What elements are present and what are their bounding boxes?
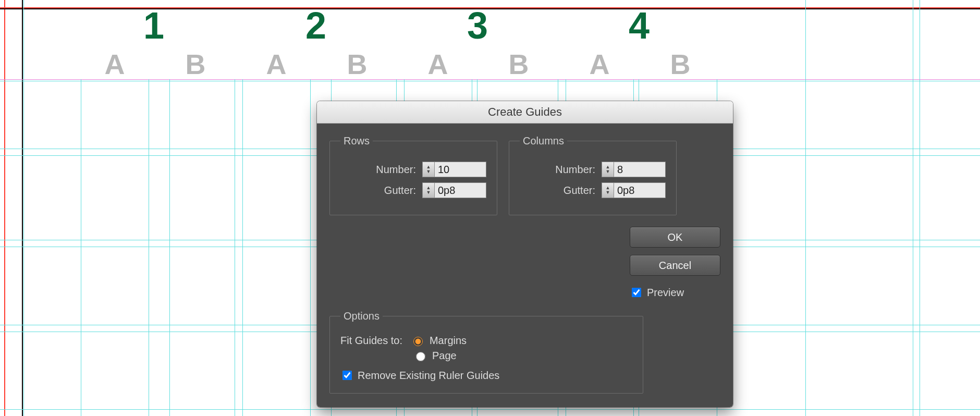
fit-page-label: Page (432, 350, 457, 362)
fit-margins-label: Margins (430, 335, 467, 347)
options-group: Options Fit Guides to: Margins Page Remo… (329, 310, 643, 394)
rows-legend: Rows (340, 135, 373, 147)
annotation-letter-6: A (590, 48, 610, 80)
columns-gutter-input[interactable] (614, 182, 666, 198)
ok-button[interactable]: OK (630, 227, 720, 248)
col-guide-full-3 (920, 0, 920, 416)
columns-gutter-stepper[interactable]: ▲▼ (602, 182, 614, 198)
subcol-start-0 (81, 79, 81, 416)
row-guide-7 (0, 409, 980, 410)
rows-gutter-label: Gutter: (384, 185, 416, 197)
col-guide-full-1 (805, 0, 806, 416)
margin-guide-top (0, 79, 980, 80)
rows-number-stepper[interactable]: ▲▼ (422, 162, 434, 177)
columns-number-stepper[interactable]: ▲▼ (602, 162, 614, 177)
red-guide-v-left (4, 0, 5, 416)
page-edge-left (22, 0, 23, 416)
rows-gutter-input[interactable] (434, 182, 486, 198)
fit-page-radio[interactable] (416, 352, 425, 361)
remove-guides-row[interactable]: Remove Existing Ruler Guides (340, 369, 632, 382)
annotation-letter-5: B (509, 48, 529, 80)
rows-number-input[interactable] (434, 162, 486, 177)
cancel-button[interactable]: Cancel (630, 255, 720, 276)
fit-guides-label: Fit Guides to: (340, 335, 402, 347)
annotation-number-3: 3 (467, 4, 488, 47)
columns-number-label: Number: (555, 164, 595, 176)
columns-group: Columns Number: ▲▼ Gutter: ▲▼ (509, 135, 677, 215)
subcol-end-0 (149, 79, 149, 416)
subcol-end-2 (310, 79, 311, 416)
preview-checkbox-row[interactable]: Preview (630, 286, 720, 299)
annotation-number-1: 1 (143, 4, 164, 47)
annotation-letter-7: B (670, 48, 691, 80)
remove-guides-checkbox[interactable] (342, 371, 352, 380)
fit-margins-radio[interactable] (413, 337, 423, 346)
subcol-start-2 (242, 79, 243, 416)
dialog-title[interactable]: Create Guides (317, 101, 733, 124)
rows-gutter-stepper[interactable]: ▲▼ (422, 182, 434, 198)
options-legend: Options (340, 310, 383, 322)
annotation-letter-0: A (105, 48, 125, 80)
annotation-letter-4: A (428, 48, 448, 80)
row-guide-0 (0, 81, 980, 81)
columns-gutter-label: Gutter: (564, 185, 595, 197)
subcol-start-1 (169, 79, 170, 416)
columns-legend: Columns (520, 135, 567, 147)
annotation-number-2: 2 (305, 4, 326, 47)
remove-guides-label: Remove Existing Ruler Guides (358, 370, 499, 382)
col-guide-full-2 (913, 0, 913, 416)
annotation-letter-1: B (186, 48, 206, 80)
create-guides-dialog: Create Guides Rows Number: ▲▼ Gutter: ▲▼ (317, 101, 733, 407)
col-guide-full-0 (23, 0, 24, 416)
subcol-end-1 (235, 79, 235, 416)
annotation-letter-3: B (347, 48, 368, 80)
rows-group: Rows Number: ▲▼ Gutter: ▲▼ (329, 135, 497, 215)
annotation-number-4: 4 (629, 4, 650, 47)
rows-number-label: Number: (376, 164, 416, 176)
columns-number-input[interactable] (614, 162, 666, 177)
annotation-letter-2: A (266, 48, 287, 80)
preview-checkbox[interactable] (632, 288, 641, 297)
preview-label: Preview (647, 287, 684, 299)
